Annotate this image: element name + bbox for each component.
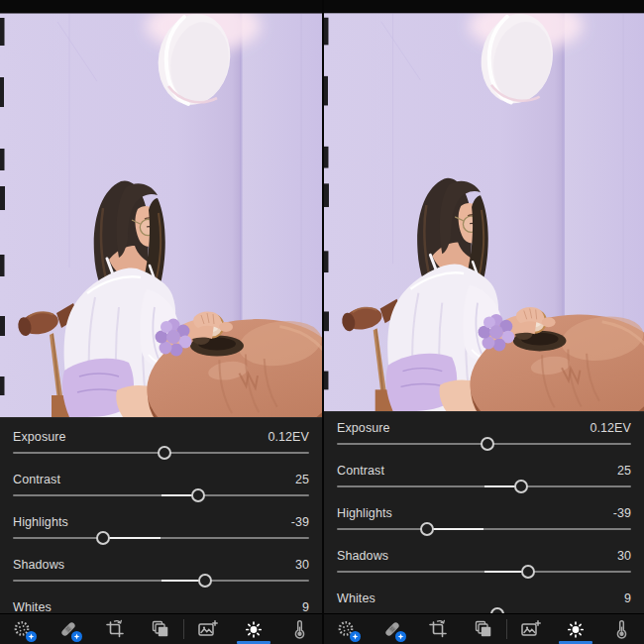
light-tool[interactable] [553,614,598,644]
shadows-slider-row: Shadows 30 [13,558,309,600]
image-plus-tool[interactable] [184,614,230,644]
slider-label: Contrast [337,464,384,478]
light-tool[interactable] [230,614,275,644]
exposure-slider-row: Exposure 0.12EV [337,421,631,464]
healing-icon [57,618,79,640]
slider-label: Whites [337,591,376,605]
highlights-slider-row: Highlights -39 [337,506,631,549]
toolbar [324,613,644,644]
contrast-slider-row: Contrast 25 [13,473,309,515]
image-plus-tool[interactable] [507,614,553,644]
image-plus-icon [519,618,541,640]
highlights-slider-track[interactable] [337,528,631,530]
highlights-slider-thumb[interactable] [96,531,110,545]
slider-value: 30 [617,549,631,563]
premium-star-badge [71,631,82,642]
contrast-slider-thumb[interactable] [514,480,528,493]
masking-tool[interactable] [324,614,370,644]
crop-tool[interactable] [92,614,138,644]
exposure-slider-thumb[interactable] [481,437,494,451]
image-plus-icon [196,618,218,640]
slider-fill [427,528,484,530]
crop-tool[interactable] [415,614,461,644]
editor-comparison: Exposure 0.12EV Contrast 25 Highlights -… [0,0,644,644]
slider-label: Contrast [13,473,60,486]
shadows-slider-thumb[interactable] [198,574,212,588]
light-adjustments-panel: Exposure 0.12EV Contrast 25 Highlights -… [324,411,644,613]
pane-right: Exposure 0.12EV Contrast 25 Highlights -… [322,0,644,644]
color-icon [610,618,632,640]
exposure-slider-row: Exposure 0.12EV [13,430,309,473]
slider-value: 9 [624,591,631,605]
photo-image [324,0,644,411]
contrast-slider-thumb[interactable] [191,488,205,502]
shadows-slider-row: Shadows 30 [337,549,631,591]
light-icon [565,618,587,640]
premium-star-badge [26,631,37,642]
slider-label: Highlights [337,506,392,520]
photo-image [0,0,322,417]
slider-value: -39 [291,515,309,529]
slider-value: 25 [617,464,631,478]
healing-tool[interactable] [370,614,415,644]
premium-star-badge [395,631,406,642]
versions-icon [150,618,171,640]
whites-slider-row: Whites 9 [337,591,631,613]
slider-fill [103,537,161,539]
slider-label: Exposure [337,421,390,435]
versions-tool[interactable] [461,614,506,644]
shadows-slider-thumb[interactable] [521,565,535,579]
versions-tool[interactable] [138,614,183,644]
contrast-slider-row: Contrast 25 [337,464,631,506]
highlights-slider-track[interactable] [13,537,309,539]
whites-slider-row: Whites 9 [13,600,309,613]
slider-label: Highlights [13,515,68,529]
slider-value: 0.12EV [268,430,309,444]
crop-icon [427,618,449,640]
slider-value: 25 [295,473,309,486]
highlights-slider-thumb[interactable] [420,522,434,536]
versions-icon [473,618,494,640]
slider-value: 9 [302,600,309,613]
color-tool[interactable] [276,614,322,644]
healing-tool[interactable] [46,614,91,644]
masking-icon [336,618,358,640]
pane-left: Exposure 0.12EV Contrast 25 Highlights -… [0,0,322,644]
slider-label: Shadows [337,549,388,563]
slider-value: 30 [295,558,309,572]
toolbar [0,613,322,644]
whites-slider-thumb[interactable] [490,607,504,613]
photo-preview[interactable] [0,0,322,417]
masking-icon [12,618,34,640]
slider-value: -39 [613,506,631,520]
healing-icon [381,618,403,640]
slider-value: 0.12EV [590,421,631,435]
slider-label: Whites [13,600,52,613]
exposure-slider-thumb[interactable] [158,446,171,460]
light-adjustments-panel: Exposure 0.12EV Contrast 25 Highlights -… [0,417,322,613]
color-icon [288,618,310,640]
slider-label: Exposure [13,430,66,444]
crop-icon [104,618,126,640]
premium-star-badge [350,631,361,642]
masking-tool[interactable] [0,614,46,644]
light-icon [243,618,265,640]
slider-label: Shadows [13,558,64,572]
highlights-slider-row: Highlights -39 [13,515,309,558]
color-tool[interactable] [598,614,644,644]
photo-preview[interactable] [324,0,644,411]
